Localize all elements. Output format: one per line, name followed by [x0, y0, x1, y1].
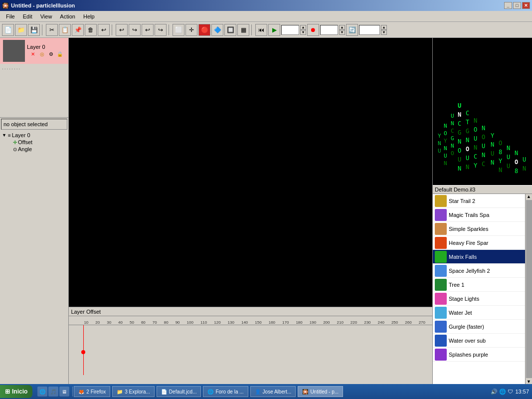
maximize-button[interactable]: □ [513, 2, 521, 9]
svg-text:C: C [482, 161, 485, 168]
emit-button[interactable]: 🔴 [198, 24, 210, 36]
total-frames-input[interactable]: 120 [359, 25, 380, 35]
title-bar-left: 🎇 Untitled - particleIllusion [2, 2, 75, 9]
canvas-viewport[interactable] [69, 38, 432, 307]
layer-delete-icon[interactable]: ✕ [29, 50, 37, 58]
svg-text:O: O [466, 146, 469, 153]
redo2-button[interactable]: ↪ [155, 24, 167, 36]
lib-item-8[interactable]: Water Jet [433, 306, 525, 320]
undo-button[interactable]: ↩ [98, 24, 110, 36]
close-button[interactable]: ✕ [522, 2, 530, 9]
explorer-label: 3 Explora... [125, 389, 150, 395]
lib-item-9[interactable]: Gurgle (faster) [433, 320, 525, 334]
taskbar-firefox[interactable]: 🦊 2 Firefox [74, 386, 110, 397]
paste-button[interactable]: 📌 [72, 24, 84, 36]
svg-text:8: 8 [515, 168, 518, 175]
svg-text:8: 8 [499, 149, 502, 156]
taskbar-explorer[interactable]: 📁 3 Explora... [112, 386, 155, 397]
lib-item-6[interactable]: Tree 1 [433, 278, 525, 292]
delete-button[interactable]: 🗑 [85, 24, 97, 36]
frame-end-input[interactable]: 1 [320, 25, 338, 35]
lib-item-5[interactable]: Space Jellyfish 2 [433, 264, 525, 278]
scroll-up-btn[interactable]: ▲ [527, 194, 531, 199]
lib-item-1[interactable]: Magic Trails Spa [433, 208, 525, 222]
minimize-button[interactable]: _ [504, 2, 512, 9]
title-bar-controls: _ □ ✕ [504, 2, 530, 9]
layer-preview [3, 40, 25, 62]
total-frames-spinner[interactable]: ▲▼ [381, 25, 387, 35]
lib-item-4[interactable]: Matrix Falls [433, 250, 525, 264]
deflect-button[interactable]: 🔷 [211, 24, 223, 36]
frame-end-spinner[interactable]: ▲▼ [339, 25, 345, 35]
timeline-body[interactable] [69, 325, 432, 375]
menu-action[interactable]: Action [56, 12, 79, 20]
taskbar-default[interactable]: 📄 Default.jcd... [157, 386, 201, 397]
svg-text:O: O [499, 140, 502, 147]
layer-settings-icon[interactable]: ⚙ [47, 50, 55, 58]
ql-media-btn[interactable]: 🎵 [48, 387, 58, 397]
undo2-button[interactable]: ↩ [116, 24, 128, 36]
svg-text:Y: Y [444, 138, 447, 144]
svg-text:C: C [466, 110, 469, 117]
quick-launch: 🌐 🎵 🖥 [34, 387, 73, 397]
taskbar-untitled[interactable]: 🎇 Untitled - p... [298, 386, 343, 397]
lib-item-label-5: Space Jellyfish 2 [449, 268, 490, 274]
loop-button[interactable]: 🔄 [346, 24, 358, 36]
ql-desktop-btn[interactable]: 🖥 [59, 387, 69, 397]
stage-button[interactable]: ▦ [237, 24, 249, 36]
svg-text:U: U [466, 155, 469, 162]
svg-text:N: N [444, 160, 447, 167]
tree-offset[interactable]: ✛ Offset [1, 139, 67, 146]
undo3-button[interactable]: ↩ [142, 24, 154, 36]
frame-start-spinner[interactable]: ▲▼ [300, 25, 306, 35]
save-button[interactable]: 💾 [28, 24, 40, 36]
record-button[interactable]: ⏺ [307, 24, 319, 36]
select-button[interactable]: ⬜ [173, 24, 184, 36]
svg-text:O: O [444, 130, 447, 137]
layer-solo-icon[interactable]: ◎ [38, 50, 46, 58]
menu-help[interactable]: Help [79, 12, 99, 20]
lib-item-3[interactable]: Heavy Fire Spar [433, 236, 525, 250]
title-bar: 🎇 Untitled - particleIllusion _ □ ✕ [0, 0, 532, 11]
timeline-keyframe-dot [81, 350, 85, 354]
ql-ie-btn[interactable]: 🌐 [37, 387, 47, 397]
library-scrollbar[interactable]: ▲ ▼ [525, 194, 532, 384]
menu-view[interactable]: View [36, 12, 56, 20]
lib-item-0[interactable]: Star Trail 2 [433, 194, 525, 208]
svg-text:N: N [458, 138, 461, 145]
cut-button[interactable]: ✂ [46, 24, 58, 36]
lib-item-label-0: Star Trail 2 [449, 198, 475, 204]
copy-button[interactable]: 📋 [59, 24, 71, 36]
svg-text:C: C [451, 128, 454, 134]
move-button[interactable]: ✛ [185, 24, 197, 36]
scroll-thumb[interactable] [526, 200, 532, 378]
lib-item-11[interactable]: Splashes purple [433, 348, 525, 362]
scroll-down-btn[interactable]: ▼ [527, 379, 531, 384]
offset-icon: ✛ [13, 140, 17, 145]
redo-button[interactable]: ↪ [129, 24, 141, 36]
menu-edit[interactable]: Edit [19, 12, 36, 20]
taskbar-foro[interactable]: 🌐 Foro de la ... [203, 386, 248, 397]
lib-item-10[interactable]: Water over sub [433, 334, 525, 348]
lib-item-7[interactable]: Stage Lights [433, 292, 525, 306]
new-button[interactable]: 📄 [2, 24, 14, 36]
force-button[interactable]: 🔲 [224, 24, 236, 36]
layer-lock-icon[interactable]: 🔒 [56, 50, 64, 58]
play-button[interactable]: ▶ [268, 24, 280, 36]
svg-text:N: N [466, 137, 469, 144]
lib-item-label-7: Stage Lights [449, 296, 479, 302]
frame-start-input[interactable]: 1 [281, 25, 299, 35]
tree-layer0[interactable]: ▼ ≡ Layer 0 [1, 132, 67, 139]
layer-icons: ✕ ◎ ⚙ 🔒 [29, 50, 66, 58]
tree-angle[interactable]: ⊙ Angle [1, 146, 67, 153]
back-to-start[interactable]: ⏮ [255, 24, 267, 36]
main-layout: Layer 0 ✕ ◎ ⚙ 🔒 ........ no object selec… [0, 38, 532, 384]
tree-layer0-label: Layer 0 [12, 132, 30, 138]
lib-item-2[interactable]: Simple Sparkles [433, 222, 525, 236]
start-button[interactable]: ⊞ Inicio [0, 385, 32, 398]
expand-icon: ▼ [2, 133, 8, 138]
menu-file[interactable]: File [2, 12, 19, 20]
taskbar-jose[interactable]: 👤 Jose Albert... [250, 386, 296, 397]
open-button[interactable]: 📁 [15, 24, 27, 36]
timeline-ruler: 10 20 30 40 50 60 70 80 90 100 110 120 1… [69, 316, 432, 325]
